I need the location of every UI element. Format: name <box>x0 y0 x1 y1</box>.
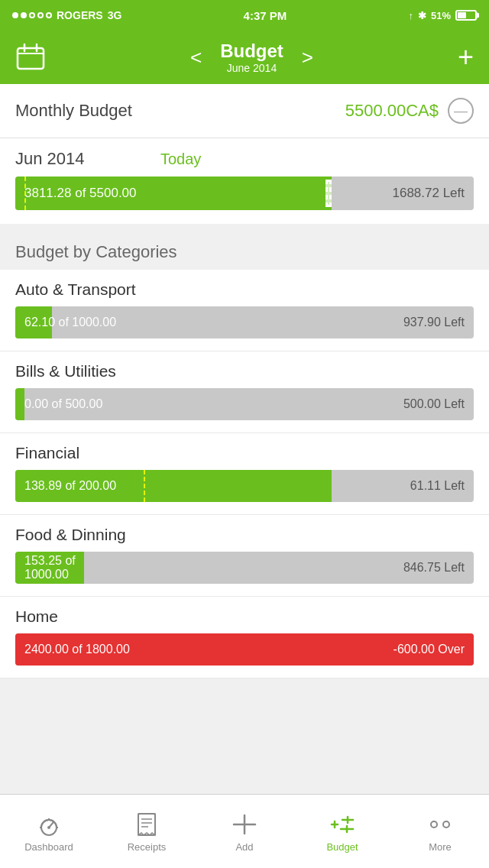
category-left-text: -600.00 Over <box>393 643 465 656</box>
category-name: Food & Dinning <box>15 526 474 544</box>
category-bar-container: 2400.00 of 1800.00-600.00 Over <box>15 633 474 666</box>
categories-header: Budget by Categories <box>0 230 489 270</box>
category-left-text: 937.90 Left <box>403 316 465 329</box>
status-bar: ROGERS 3G 4:37 PM ↑ ✱ 51% <box>0 0 489 31</box>
tab-dashboard-label: Dashboard <box>24 841 73 853</box>
monthly-budget-amount: 5500.00CA$ <box>345 101 439 121</box>
prev-month-button[interactable]: < <box>190 46 202 70</box>
category-bar-container: 153.25 of 1000.00846.75 Left <box>15 552 474 584</box>
dashboard-icon <box>32 811 66 838</box>
category-name: Bills & Utilities <box>15 362 474 381</box>
category-left-text: 500.00 Left <box>403 397 465 411</box>
today-marker <box>144 470 145 502</box>
signal-icon <box>12 12 52 18</box>
battery-icon <box>455 10 477 21</box>
app-header: < Budget June 2014 > + <box>0 31 489 84</box>
tab-budget-label: Budget <box>326 841 358 853</box>
budget-icon <box>325 811 359 838</box>
receipts-icon <box>130 811 164 838</box>
svg-point-23 <box>443 821 449 828</box>
more-icon <box>423 811 457 838</box>
category-bar-fill <box>15 388 24 420</box>
budget-menu-button[interactable]: ― <box>448 98 474 124</box>
battery-percent: 51% <box>431 10 451 21</box>
categories-title: Budget by Categories <box>15 242 177 261</box>
category-item-financial[interactable]: Financial138.89 of 200.0061.11 Left <box>0 433 489 515</box>
category-bar-container: 138.89 of 200.0061.11 Left <box>15 470 474 502</box>
category-item-bills-and-utilities[interactable]: Bills & Utilities0.00 of 500.00500.00 Le… <box>0 351 489 433</box>
category-bar-container: 62.10 of 1000.00937.90 Left <box>15 306 474 338</box>
progress-month: Jun 2014 <box>15 149 85 169</box>
header-subtitle: June 2014 <box>227 62 277 74</box>
category-left-text: 846.75 Left <box>403 561 465 575</box>
network-label: 3G <box>108 9 122 21</box>
tab-add[interactable]: Add <box>196 811 293 853</box>
category-name: Financial <box>15 444 474 462</box>
progress-left-text: 1688.72 Left <box>392 186 465 201</box>
location-icon: ↑ <box>408 10 413 21</box>
header-nav: < Budget June 2014 > <box>190 40 313 74</box>
add-icon <box>228 811 261 838</box>
monthly-progress-bar: 3811.28 of 5500.00 1688.72 Left <box>15 177 474 210</box>
tab-bar: Dashboard Receipts Add <box>0 794 489 868</box>
category-item-auto-and-transport[interactable]: Auto & Transport62.10 of 1000.00937.90 L… <box>0 270 489 351</box>
status-time: 4:37 PM <box>244 9 287 22</box>
svg-rect-0 <box>18 48 44 69</box>
category-name: Home <box>15 607 474 626</box>
svg-point-6 <box>47 826 50 829</box>
monthly-budget-label: Monthly Budget <box>15 101 132 121</box>
category-spent-text: 153.25 of 1000.00 <box>24 554 84 581</box>
category-bar-container: 0.00 of 500.00500.00 Left <box>15 388 474 420</box>
category-left-text: 61.11 Left <box>410 479 465 493</box>
progress-spent-text: 3811.28 of 5500.00 <box>24 186 137 201</box>
calendar-icon[interactable] <box>15 43 46 72</box>
category-spent-text: 138.89 of 200.00 <box>24 479 116 493</box>
tab-more[interactable]: More <box>391 811 489 853</box>
tab-more-label: More <box>429 841 452 853</box>
add-budget-button[interactable]: + <box>458 44 474 71</box>
svg-point-22 <box>431 821 437 828</box>
carrier-label: ROGERS <box>57 9 103 21</box>
bluetooth-icon: ✱ <box>418 10 426 21</box>
categories-list: Auto & Transport62.10 of 1000.00937.90 L… <box>0 270 489 679</box>
category-item-food-and-dinning[interactable]: Food & Dinning153.25 of 1000.00846.75 Le… <box>0 515 489 597</box>
progress-today-label: Today <box>160 151 201 168</box>
tab-receipts[interactable]: Receipts <box>98 811 196 853</box>
category-bar-fill: 138.89 of 200.00 <box>15 470 332 502</box>
category-spent-outside: 0.00 of 500.00 <box>24 397 102 411</box>
category-bar-fill: 153.25 of 1000.00 <box>15 552 84 584</box>
svg-rect-10 <box>138 814 155 835</box>
tab-dashboard[interactable]: Dashboard <box>0 811 98 853</box>
tab-budget[interactable]: Budget <box>293 811 391 853</box>
header-title: Budget <box>220 40 283 62</box>
next-month-button[interactable]: > <box>302 46 313 70</box>
monthly-budget-row: Monthly Budget 5500.00CA$ ― <box>0 84 489 138</box>
category-name: Auto & Transport <box>15 280 474 299</box>
tab-receipts-label: Receipts <box>128 841 167 853</box>
progress-section: Jun 2014 Today 3811.28 of 5500.00 1688.7… <box>0 138 489 230</box>
category-item-home[interactable]: Home2400.00 of 1800.00-600.00 Over <box>0 597 489 679</box>
status-left: ROGERS 3G <box>12 9 121 21</box>
status-right: ↑ ✱ 51% <box>408 10 477 21</box>
progress-bar-fill: 3811.28 of 5500.00 <box>15 177 332 210</box>
tab-add-label: Add <box>235 841 253 853</box>
category-spent-outside: 62.10 of 1000.00 <box>24 316 116 329</box>
